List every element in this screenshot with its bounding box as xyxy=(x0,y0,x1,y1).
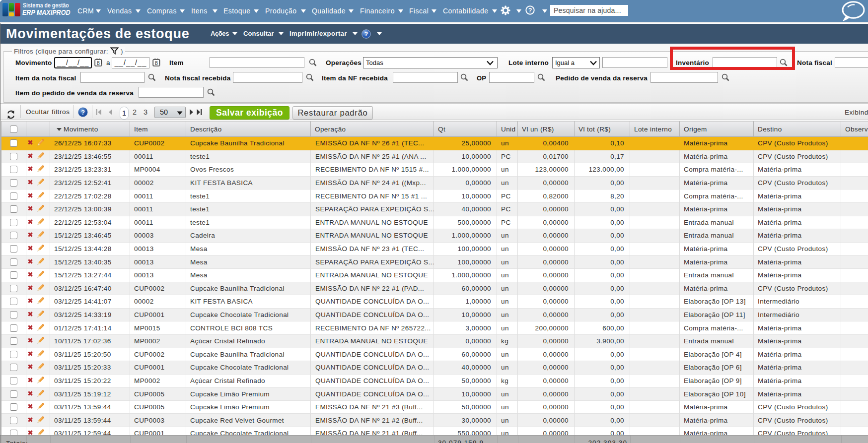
svg-text:?: ? xyxy=(528,7,532,14)
svg-text:8: 8 xyxy=(97,60,100,66)
svg-text:?: ? xyxy=(81,109,85,116)
svg-text:?: ? xyxy=(364,31,368,38)
svg-text:8: 8 xyxy=(155,60,158,66)
